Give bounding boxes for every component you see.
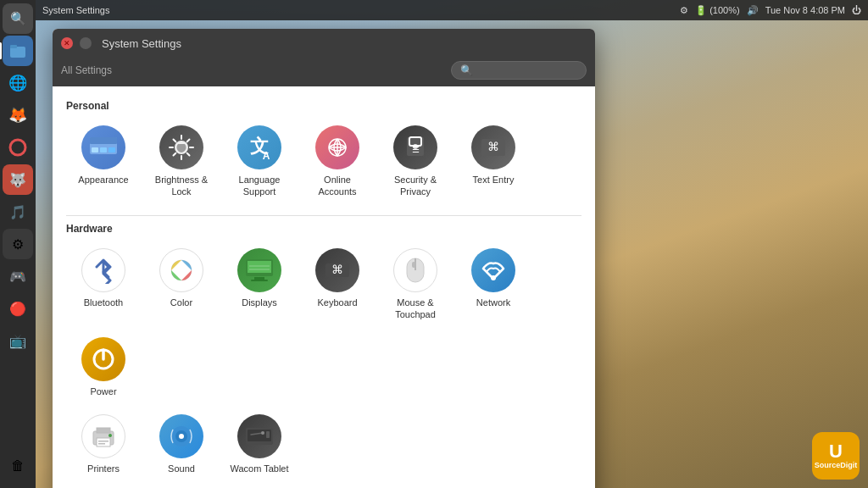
taskbar-icon-red[interactable]: 🔴 [3,293,33,324]
keyboard-item[interactable]: ⌘ Keyboard [300,241,375,328]
taskbar-icon-trash[interactable]: 🗑 [3,451,33,481]
taskbar-icon-files[interactable] [3,36,33,66]
mouse-label: Mouse &Touchpad [395,297,436,321]
online-icon [315,125,359,169]
svg-rect-23 [248,261,271,273]
brightness-icon [159,125,203,169]
sound-label: Sound [168,463,195,474]
taskbar-icon-circle[interactable] [3,132,33,163]
bluetooth-icon [81,248,125,292]
printers-label: Printers [87,463,120,474]
sound-icon [159,414,203,458]
taskbar-icon-browser[interactable]: 🌐 [3,68,33,98]
power-label: Power [90,385,116,397]
mouse-item[interactable]: Mouse &Touchpad [378,241,453,328]
svg-rect-39 [98,441,108,442]
brightness-item[interactable]: Brightness &Lock [144,119,219,205]
svg-rect-25 [251,280,268,281]
taskbar-icon-music[interactable]: 🎵 [3,197,33,227]
svg-rect-47 [266,431,270,438]
svg-text:A: A [263,150,270,162]
taskbar-icon-settings[interactable]: ⚙ [3,229,33,259]
svg-rect-32 [412,262,415,268]
hardware-divider [66,215,581,216]
textentry-icon: ⌘ [471,125,515,169]
window-close-button[interactable]: ✕ [61,37,73,49]
wacom-icon [237,414,281,458]
svg-text:⌘: ⌘ [487,140,499,153]
power-icon [81,337,125,381]
svg-point-21 [178,267,185,274]
hardware-section-label: Hardware [66,223,581,235]
wacom-item[interactable]: Wacom Tablet [222,408,297,481]
svg-rect-5 [92,147,98,152]
language-label: LanguageSupport [239,174,281,198]
language-item[interactable]: 文 A LanguageSupport [222,119,297,205]
displays-icon [237,248,281,292]
window-title: System Settings [102,37,181,50]
svg-rect-4 [90,137,117,144]
printers-item[interactable]: Printers [66,408,141,481]
search-bar-row: All Settings [53,58,595,86]
displays-item[interactable]: Displays [222,241,297,328]
window-content: Personal Appearance Brightness &Lock [53,86,595,488]
bluetooth-label: Bluetooth [84,297,123,308]
topbar: System Settings ⚙ 🔋 (100%) 🔊 Tue Nov 8 4… [36,0,868,20]
window-minimize-button[interactable] [80,37,92,49]
search-input[interactable] [451,61,587,80]
topbar-volume-icon[interactable]: 🔊 [747,5,759,16]
language-icon: 文 A [237,125,281,169]
source-digit-badge[interactable]: U SourceDigit [812,432,860,480]
keyboard-icon: ⌘ [315,248,359,292]
color-icon [159,248,203,292]
textentry-label: Text Entry [473,174,515,186]
svg-point-2 [10,140,25,155]
taskbar-icon-game[interactable]: 🎮 [3,261,33,291]
online-item[interactable]: OnlineAccounts [300,119,375,205]
network-icon [471,248,515,292]
network-item[interactable]: Network [456,241,531,328]
svg-rect-1 [10,45,17,48]
security-label: Security &Privacy [394,174,437,198]
topbar-battery: 🔋 (100%) [695,5,740,16]
printers-icon [81,414,125,458]
power-item[interactable]: Power [66,330,141,404]
svg-rect-24 [254,277,264,280]
mouse-icon [393,248,437,292]
svg-point-44 [179,434,184,439]
color-item[interactable]: Color [144,241,219,328]
textentry-item[interactable]: ⌘ Text Entry [456,119,531,205]
taskbar-icon-tv[interactable]: 📺 [3,325,33,356]
online-label: OnlineAccounts [318,174,356,198]
system-settings-window: ✕ System Settings All Settings Personal … [53,29,595,488]
wacom-label: Wacom Tablet [230,463,288,474]
topbar-power-icon[interactable]: ⏻ [852,5,861,15]
svg-point-33 [491,275,496,280]
svg-rect-7 [108,147,115,152]
source-digit-letter: U [829,442,843,461]
sound-item[interactable]: Sound [144,408,219,481]
all-settings-button[interactable]: All Settings [61,64,112,76]
personal-icon-grid: Appearance Brightness &Lock 文 A [66,119,581,205]
taskbar: 🔍 🌐 🦊 🐺 🎵 ⚙ 🎮 🔴 📺 🗑 [0,0,36,488]
keyboard-label: Keyboard [317,297,357,308]
window-titlebar: ✕ System Settings [53,29,595,58]
taskbar-icon-wolf[interactable]: 🐺 [3,164,33,195]
svg-text:⌘: ⌘ [331,263,343,276]
svg-point-17 [413,144,418,149]
taskbar-icon-firefox[interactable]: 🦊 [3,100,33,130]
topbar-settings-icon[interactable]: ⚙ [680,5,688,16]
security-icon: ☰ [393,125,437,169]
svg-rect-37 [97,428,110,433]
displays-label: Displays [242,297,277,308]
appearance-item[interactable]: Appearance [66,119,141,205]
svg-rect-40 [98,443,105,445]
appearance-label: Appearance [78,174,128,186]
security-item[interactable]: ☰ Security &Privacy [378,119,453,205]
hardware-icon-grid-2: Printers Sound [66,408,581,481]
appearance-icon [81,125,125,169]
color-label: Color [170,297,192,308]
taskbar-icon-search[interactable]: 🔍 [3,3,33,34]
network-label: Network [476,297,510,308]
bluetooth-item[interactable]: Bluetooth [66,241,141,328]
